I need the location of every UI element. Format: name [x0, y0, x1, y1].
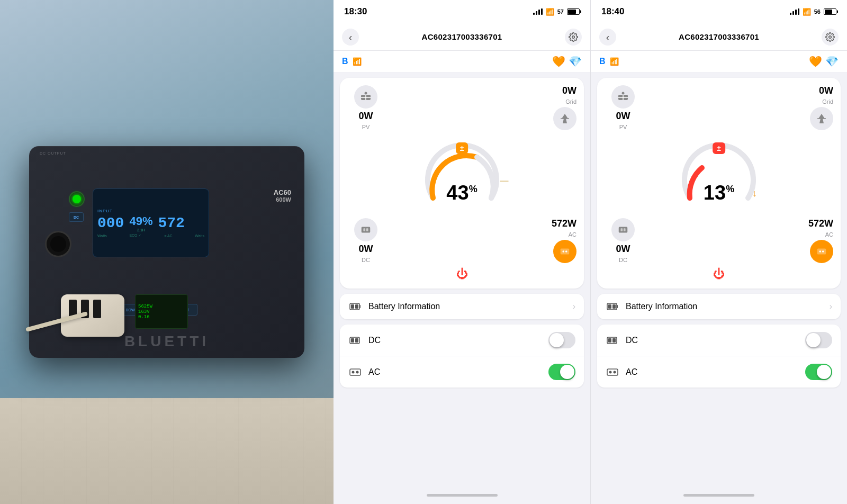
home-indicator-1 [334, 486, 590, 504]
solar-panel-icon-1 [359, 91, 372, 103]
svg-rect-38 [612, 304, 616, 309]
ac-item-2: 572W AC [796, 218, 833, 263]
energy-card-1: 0W PV 0W Grid [340, 78, 584, 289]
svg-rect-8 [363, 228, 365, 231]
screen-output-number: 572 [158, 215, 184, 231]
ac-label-1: AC [569, 231, 576, 238]
device-dc-button[interactable]: DC [69, 212, 84, 222]
device-container: DC OUTPUT DC INPUT 000 49% [19, 125, 315, 379]
dc-toggle-icon-2 [606, 335, 619, 346]
ac-toggle-switch-2[interactable] [805, 364, 832, 380]
gauge-wrapper-1: ± 43% — [420, 140, 504, 209]
signal-bars-1 [533, 8, 543, 15]
favorite-blue-icon-1[interactable]: 💎 [569, 55, 582, 68]
nav-title-1: AC602317003336701 [422, 32, 502, 41]
back-button-2[interactable]: ‹ [599, 29, 616, 46]
dc-output-label: DC OUTPUT [40, 151, 66, 155]
power-button-app-1[interactable]: ⏻ [456, 267, 468, 281]
dc-item-2: 0W DC [605, 218, 642, 263]
grid-tower-icon-1 [558, 112, 571, 125]
flow-arrow-right-1: — [500, 176, 509, 186]
device-power-button[interactable] [69, 191, 85, 207]
battery-num-1: 57 [557, 8, 564, 15]
battery-num-2: 56 [814, 8, 821, 15]
dc-toggle-item-1: DC [340, 325, 584, 356]
gauge-number-1: 43 [446, 182, 468, 204]
nav-bar-2: ‹ AC602317003336701 [591, 23, 847, 51]
grid-label-1: Grid [565, 98, 576, 105]
status-bar-2: 18:40 📶 56 [591, 0, 847, 23]
gauge-number-2: 13 [704, 182, 726, 204]
svg-rect-9 [366, 228, 368, 231]
ac-toggle-svg-1 [349, 368, 361, 376]
ac-toggle-svg-2 [607, 368, 618, 376]
ac-toggle-switch-1[interactable] [548, 364, 575, 380]
signal-bar-2-1 [790, 13, 791, 15]
dc-toggle-switch-1[interactable] [548, 332, 575, 348]
battery-info-label-1: Battery Information [368, 302, 566, 311]
screen-values: 000 49% 2.1H 572 [97, 214, 204, 232]
device-main-screen: INPUT 000 49% 2.1H 572 Watts ECO ✓ ≡ AC … [93, 188, 209, 257]
small-screen-line2: 163V [138, 309, 185, 314]
gauge-symbol-1: % [469, 184, 477, 194]
ac60-label: AC60600W [274, 188, 291, 203]
ac-watts-2: 572W [808, 218, 833, 229]
screen-percent: 49% [129, 214, 152, 228]
dc-icon-2 [611, 218, 635, 241]
settings-icon-1 [569, 32, 578, 42]
power-row-1: ⏻ [347, 267, 576, 281]
favorite-blue-icon-2[interactable]: 💎 [825, 55, 839, 68]
screen-input-label: INPUT [97, 209, 113, 213]
pv-watts-2: 0W [616, 111, 630, 122]
battery-list-icon-2 [606, 301, 619, 312]
battery-info-card-1: Battery Information › [340, 294, 584, 319]
svg-rect-18 [351, 338, 354, 343]
screen-watts-label: Watts [97, 234, 107, 238]
svg-rect-14 [351, 304, 354, 309]
power-button-app-2[interactable]: ⏻ [713, 267, 725, 281]
svg-point-11 [562, 250, 564, 253]
ac-label-2: AC [825, 231, 833, 238]
signal-bars-2 [790, 8, 799, 15]
screen-ac-label: ≡ AC [164, 234, 172, 238]
back-icon-1: ‹ [349, 32, 353, 42]
svg-point-34 [819, 250, 821, 253]
favorite-orange-icon-1[interactable]: 🧡 [552, 55, 565, 68]
svg-rect-7 [362, 227, 371, 233]
dc-label-2: DC [619, 257, 627, 263]
grid-item-1: 0W Grid [539, 85, 576, 130]
bluetooth-icon-1: B [342, 57, 348, 66]
pv-icon-2 [611, 85, 635, 109]
svg-point-27 [622, 92, 625, 95]
dc-toggle-icon-1 [348, 335, 362, 346]
svg-rect-39 [617, 305, 618, 308]
pv-label-1: PV [362, 124, 370, 130]
settings-button-1[interactable] [565, 29, 582, 46]
gauge-percent-2: 13% [704, 182, 734, 204]
svg-rect-33 [817, 249, 826, 255]
grid-item-2: 0W Grid [796, 85, 833, 130]
svg-rect-37 [608, 304, 611, 309]
nav-bar-1: ‹ AC602317003336701 [334, 23, 590, 51]
back-icon-2: ‹ [606, 32, 610, 42]
energy-top-row-1: 0W PV 0W Grid [347, 85, 576, 130]
svg-point-0 [572, 35, 575, 38]
back-button-1[interactable]: ‹ [342, 29, 359, 46]
battery-info-item-2[interactable]: Battery Information › [597, 294, 841, 319]
dc-icon-1 [354, 218, 377, 241]
favorite-orange-icon-2[interactable]: 🧡 [809, 55, 822, 68]
small-screen-line3: 0.16 [138, 314, 185, 320]
svg-point-35 [822, 250, 824, 253]
battery-info-item-1[interactable]: Battery Information › [340, 294, 584, 319]
gauge-center-2: ± 13% ↓ [605, 134, 833, 214]
settings-icon-2 [825, 32, 835, 42]
dc-toggle-switch-2[interactable] [805, 332, 832, 348]
battery-info-label-2: Battery Information [626, 302, 823, 311]
energy-bottom-row-1: 0W DC 572W AC [347, 218, 576, 263]
dc-watts-1: 0W [359, 244, 373, 255]
gauge-center-1: ± 43% — [347, 134, 576, 214]
energy-card-2: 0W PV 0W Grid [597, 78, 841, 289]
pv-label-2: PV [619, 124, 627, 130]
settings-button-2[interactable] [822, 29, 839, 46]
nav-title-2: AC602317003336701 [679, 32, 759, 41]
